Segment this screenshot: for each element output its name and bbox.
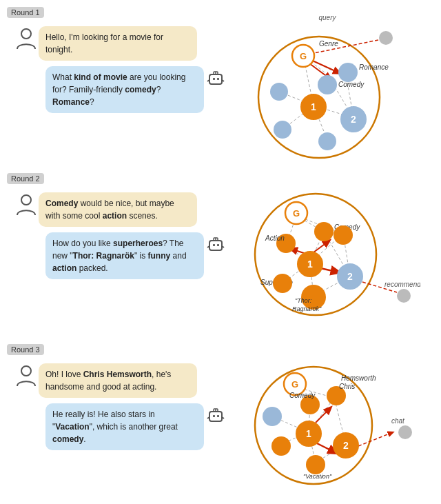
svg-text:G: G xyxy=(291,379,298,390)
svg-point-70 xyxy=(273,274,292,293)
svg-text:Ragnarök": Ragnarök" xyxy=(292,305,322,312)
main-container: Round 1 Hello, I'm looking for a movie f… xyxy=(0,0,441,504)
svg-text:1: 1 xyxy=(307,259,313,270)
svg-rect-3 xyxy=(217,78,219,80)
svg-point-60 xyxy=(397,289,411,303)
round-1-user-bubble: Hello, I'm looking for a movie for tonig… xyxy=(39,26,197,61)
round-2-label: Round 2 xyxy=(7,173,44,184)
round-1-section: Round 1 Hello, I'm looking for a movie f… xyxy=(0,0,441,161)
svg-point-66 xyxy=(314,222,334,241)
svg-text:2: 2 xyxy=(347,271,353,282)
round-2-chat: Comedy would be nice, but maybe with som… xyxy=(7,173,227,285)
round-2-graph-svg: recommend G Action Comedy Superhero xyxy=(234,180,420,332)
user-icon xyxy=(14,26,39,51)
svg-text:G: G xyxy=(300,51,307,61)
bot-icon xyxy=(204,66,227,90)
round-2-bot-row: How do you like superheroes? The new "Th… xyxy=(14,232,227,279)
user-icon-2 xyxy=(14,192,39,217)
svg-text:"Vacation": "Vacation" xyxy=(303,473,332,480)
svg-text:Romance: Romance xyxy=(359,63,389,71)
round-3-label: Round 3 xyxy=(7,344,44,355)
svg-text:2: 2 xyxy=(351,114,356,125)
svg-text:Action: Action xyxy=(265,234,285,242)
svg-point-78 xyxy=(21,366,31,376)
round-1-label: Round 1 xyxy=(7,7,44,18)
svg-text:Hemsworth: Hemsworth xyxy=(341,374,376,382)
bot-icon-2 xyxy=(204,232,227,256)
svg-text:Comedy: Comedy xyxy=(289,392,316,399)
svg-point-33 xyxy=(270,83,288,101)
svg-point-111 xyxy=(271,436,291,456)
svg-rect-39 xyxy=(217,244,219,246)
user-icon-3 xyxy=(14,363,39,388)
svg-point-114 xyxy=(306,455,325,474)
round-2-graph: recommend G Action Comedy Superhero xyxy=(227,173,427,332)
svg-text:2: 2 xyxy=(343,440,349,451)
svg-text:Genre: Genre xyxy=(319,40,338,48)
round-1-user-row: Hello, I'm looking for a movie for tonig… xyxy=(14,26,227,61)
svg-point-0 xyxy=(21,29,31,39)
svg-point-36 xyxy=(21,195,31,205)
round-1-bot-bubble: What kind of movie are you looking for? … xyxy=(45,66,204,113)
svg-text:Comedy: Comedy xyxy=(338,81,365,88)
round-1-graph: query xyxy=(227,7,427,161)
svg-text:"Thor:: "Thor: xyxy=(295,297,312,304)
round-3-bot-row: He really is! He also stars in "Vacation… xyxy=(14,403,227,450)
svg-line-58 xyxy=(320,268,339,272)
svg-text:recommend: recommend xyxy=(384,281,420,288)
round-3-chat: Oh! I love Chris Hemsworth, he's handsom… xyxy=(7,344,227,456)
svg-point-68 xyxy=(334,225,353,245)
round-3-section: Round 3 Oh! I love Chris Hemsworth, he's… xyxy=(0,337,441,503)
round-1-chat: Hello, I'm looking for a movie for tonig… xyxy=(7,7,227,119)
svg-point-35 xyxy=(318,132,336,150)
round-2-user-row: Comedy would be nice, but maybe with som… xyxy=(14,192,227,227)
svg-text:Chris: Chris xyxy=(339,383,355,390)
svg-rect-2 xyxy=(213,78,215,80)
round-3-user-bubble: Oh! I love Chris Hemsworth, he's handsom… xyxy=(39,363,197,398)
round-3-user-row: Oh! I love Chris Hemsworth, he's handsom… xyxy=(14,363,227,398)
svg-rect-79 xyxy=(209,412,222,421)
round-1-graph-svg: G Genre Romance Comedy 1 2 xyxy=(238,23,417,161)
svg-rect-38 xyxy=(213,244,215,246)
svg-rect-80 xyxy=(213,415,215,417)
svg-point-34 xyxy=(274,121,291,139)
round-2-user-bubble: Comedy would be nice, but maybe with som… xyxy=(39,192,197,227)
svg-text:G: G xyxy=(293,208,300,219)
svg-line-56 xyxy=(314,241,329,252)
svg-point-100 xyxy=(398,425,412,439)
bot-icon-3 xyxy=(204,403,227,427)
svg-point-110 xyxy=(263,407,282,426)
svg-text:1: 1 xyxy=(306,428,311,439)
round-2-bot-bubble: How do you like superheroes? The new "Th… xyxy=(45,232,204,279)
svg-rect-37 xyxy=(209,241,222,250)
round-3-bot-bubble: He really is! He also stars in "Vacation… xyxy=(45,403,204,450)
round-3-graph-svg: chat G Comedy Chris Hemsworth 1 xyxy=(234,351,420,503)
svg-text:1: 1 xyxy=(311,101,316,112)
svg-point-20 xyxy=(379,31,393,45)
round-2-section: Round 2 Comedy would be nice, but maybe … xyxy=(0,166,441,332)
round-3-graph: chat G Comedy Chris Hemsworth 1 xyxy=(227,344,427,503)
svg-rect-81 xyxy=(217,415,219,417)
svg-text:chat: chat xyxy=(391,417,405,425)
svg-point-27 xyxy=(318,75,337,94)
query-label: query xyxy=(318,14,336,21)
svg-line-98 xyxy=(358,432,393,446)
svg-rect-1 xyxy=(209,74,222,84)
svg-point-25 xyxy=(338,63,358,82)
round-1-bot-row: What kind of movie are you looking for? … xyxy=(14,66,227,113)
